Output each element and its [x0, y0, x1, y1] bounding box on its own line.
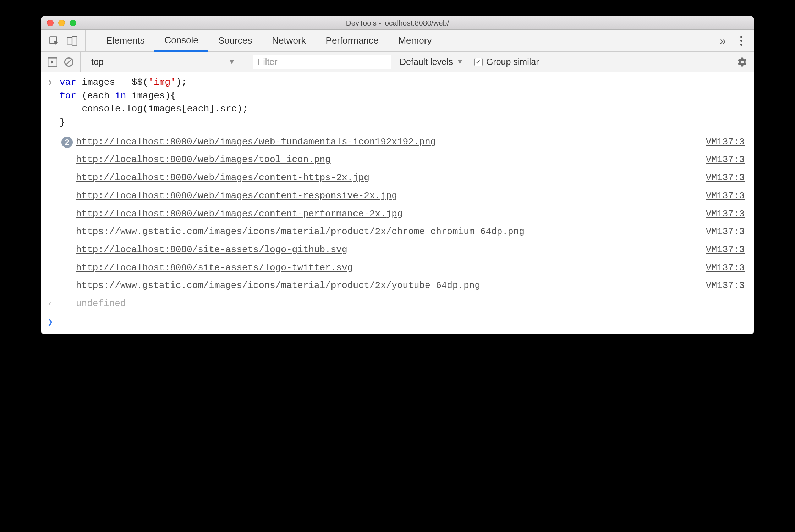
log-source-link[interactable]: VM137:3	[706, 135, 747, 149]
log-message-link[interactable]: http://localhost:8080/web/images/web-fun…	[76, 137, 436, 147]
execution-context-value: top	[91, 57, 104, 67]
repeat-count-badge: 2	[61, 137, 73, 148]
console-return-row: ‹ undefined	[41, 295, 754, 313]
chevron-down-icon: ▼	[228, 58, 235, 66]
return-value: undefined	[75, 297, 747, 311]
tab-console[interactable]: Console	[154, 30, 208, 52]
svg-line-5	[66, 59, 72, 65]
log-source-link[interactable]: VM137:3	[706, 261, 747, 275]
text-cursor	[60, 317, 60, 328]
chevron-down-icon: ▼	[456, 58, 464, 66]
execution-context-select[interactable]: top ▼	[87, 57, 240, 67]
console-input-history: ❯ var images = $$('img'); for (each in i…	[41, 72, 754, 133]
panel-tabs: ElementsConsoleSourcesNetworkPerformance…	[86, 30, 708, 51]
checkbox-checked-icon: ✓	[474, 58, 483, 66]
tab-sources[interactable]: Sources	[208, 30, 262, 51]
log-message-link[interactable]: http://localhost:8080/web/images/content…	[76, 209, 403, 219]
console-output: ❯ var images = $$('img'); for (each in i…	[41, 72, 754, 334]
output-chevron-icon: ‹	[48, 297, 60, 310]
log-source-link[interactable]: VM137:3	[706, 207, 747, 221]
tabs-overflow: »	[708, 30, 754, 51]
window-controls	[41, 20, 76, 26]
group-similar-label: Group similar	[486, 57, 539, 67]
log-message-link[interactable]: https://www.gstatic.com/images/icons/mat…	[76, 226, 525, 237]
more-tabs-icon[interactable]: »	[714, 35, 731, 47]
tab-elements[interactable]: Elements	[96, 30, 154, 51]
log-message-link[interactable]: http://localhost:8080/web/images/tool_ic…	[76, 154, 331, 165]
log-source-link[interactable]: VM137:3	[706, 189, 747, 203]
console-log-row: http://localhost:8080/web/images/content…	[41, 205, 754, 223]
tab-performance[interactable]: Performance	[316, 30, 389, 51]
console-log-row: http://localhost:8080/site-assets/logo-g…	[41, 241, 754, 259]
code-snippet: var images = $$('img'); for (each in ima…	[60, 76, 743, 129]
input-chevron-icon: ❯	[48, 76, 60, 89]
log-message-link[interactable]: http://localhost:8080/site-assets/logo-t…	[76, 262, 353, 273]
log-message-link[interactable]: https://www.gstatic.com/images/icons/mat…	[76, 280, 480, 291]
console-log-row: http://localhost:8080/web/images/content…	[41, 187, 754, 205]
filter-input[interactable]	[253, 55, 391, 69]
inspect-element-icon[interactable]	[49, 36, 59, 46]
log-source-link[interactable]: VM137:3	[706, 225, 747, 239]
log-source-link[interactable]: VM137:3	[706, 279, 747, 293]
console-prompt[interactable]: ❯	[41, 313, 754, 334]
log-message-link[interactable]: http://localhost:8080/site-assets/logo-g…	[76, 244, 347, 255]
console-log-row: http://localhost:8080/web/images/tool_ic…	[41, 151, 754, 169]
console-log-row: 2http://localhost:8080/web/images/web-fu…	[41, 133, 754, 151]
log-source-link[interactable]: VM137:3	[706, 153, 747, 167]
panel-tabs-row: ElementsConsoleSourcesNetworkPerformance…	[41, 30, 754, 52]
svg-rect-2	[72, 36, 77, 45]
clear-console-icon[interactable]	[64, 57, 74, 67]
console-log-row: https://www.gstatic.com/images/icons/mat…	[41, 223, 754, 241]
prompt-chevron-icon: ❯	[48, 316, 60, 329]
log-message-link[interactable]: http://localhost:8080/web/images/content…	[76, 172, 369, 183]
group-similar-toggle[interactable]: ✓ Group similar	[472, 57, 541, 67]
tab-memory[interactable]: Memory	[388, 30, 442, 51]
titlebar: DevTools - localhost:8080/web/	[41, 16, 754, 30]
console-log-row: http://localhost:8080/web/images/content…	[41, 169, 754, 187]
log-source-link[interactable]: VM137:3	[706, 171, 747, 185]
toggle-sidebar-icon[interactable]	[48, 57, 57, 67]
log-levels-label: Default levels	[400, 57, 453, 67]
console-log-row: http://localhost:8080/site-assets/logo-t…	[41, 259, 754, 277]
close-window-button[interactable]	[47, 20, 54, 26]
settings-menu-icon[interactable]	[735, 30, 747, 51]
window-title: DevTools - localhost:8080/web/	[41, 19, 754, 27]
console-log-row: https://www.gstatic.com/images/icons/mat…	[41, 277, 754, 295]
device-toolbar-icon[interactable]	[67, 36, 77, 46]
console-settings-icon[interactable]	[737, 57, 747, 67]
log-levels-select[interactable]: Default levels ▼	[398, 57, 466, 67]
console-toolbar: top ▼ Default levels ▼ ✓ Group similar	[41, 52, 754, 72]
inspect-controls	[41, 30, 86, 51]
zoom-window-button[interactable]	[70, 20, 76, 26]
minimize-window-button[interactable]	[58, 20, 65, 26]
log-message-link[interactable]: http://localhost:8080/web/images/content…	[76, 190, 397, 201]
devtools-window: DevTools - localhost:8080/web/ ElementsC…	[41, 16, 754, 334]
log-source-link[interactable]: VM137:3	[706, 243, 747, 257]
tab-network[interactable]: Network	[262, 30, 316, 51]
